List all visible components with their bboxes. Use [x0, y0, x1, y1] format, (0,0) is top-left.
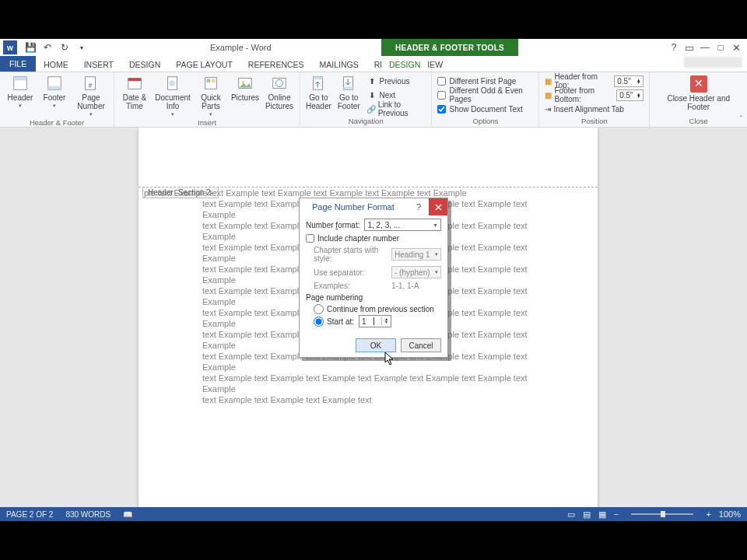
- group-insert-label: Insert: [198, 117, 216, 128]
- dialog-help-icon[interactable]: ?: [410, 198, 427, 215]
- print-layout-icon[interactable]: ▤: [583, 509, 591, 520]
- goto-footer-label: Go to Footer: [334, 93, 364, 110]
- start-at-radio[interactable]: Start at: 1▴▾: [314, 315, 441, 327]
- zoom-level[interactable]: 100%: [719, 509, 741, 519]
- zoom-in-icon[interactable]: +: [706, 509, 710, 519]
- quick-parts-button[interactable]: Quick Parts▾: [194, 73, 228, 117]
- status-words[interactable]: 830 WORDS: [65, 510, 110, 519]
- dialog-titlebar[interactable]: Page Number Format ?: [300, 198, 447, 215]
- page-number-format-dialog: Page Number Format ? Number format: 1, 2…: [299, 198, 448, 358]
- previous-button[interactable]: ⬆Previous: [364, 74, 429, 88]
- tab-page-layout[interactable]: PAGE LAYOUT: [168, 58, 240, 72]
- header-from-top-value[interactable]: 0.5"▴▾: [614, 75, 644, 87]
- redo-icon[interactable]: ↻: [58, 40, 72, 54]
- close-header-footer-label: Close Header and Footer: [661, 94, 736, 111]
- undo-icon[interactable]: ↶: [40, 40, 54, 54]
- ok-button[interactable]: OK: [356, 338, 396, 352]
- tab-references[interactable]: REFERENCES: [240, 58, 312, 72]
- footer-from-bottom-row: ▦Footer from Bottom:0.5"▴▾: [542, 88, 646, 102]
- svg-point-9: [169, 80, 174, 86]
- status-page[interactable]: PAGE 2 OF 2: [6, 510, 53, 519]
- svg-rect-20: [344, 87, 353, 90]
- link-to-previous-label: Link to Previous: [378, 100, 426, 117]
- continue-radio[interactable]: Continue from previous section: [314, 304, 441, 314]
- separator-select: - (hyphen)▾: [391, 266, 441, 278]
- svg-rect-7: [128, 79, 142, 82]
- previous-label: Previous: [380, 77, 410, 86]
- zoom-slider[interactable]: [631, 513, 693, 515]
- window-title: Example - Word: [210, 39, 272, 56]
- status-bar: PAGE 2 OF 2 830 WORDS 📖 ▭ ▤ ▦ − + 100%: [0, 507, 747, 521]
- document-area: Header -Section 2- ple text Example text…: [0, 128, 747, 507]
- different-odd-even-checkbox[interactable]: Different Odd & Even Pages: [435, 88, 535, 102]
- different-odd-even-label: Different Odd & Even Pages: [449, 86, 533, 103]
- goto-footer-button[interactable]: Go to Footer: [334, 73, 364, 110]
- pictures-label: Pictures: [231, 93, 259, 102]
- quick-access-toolbar: w 💾 ↶ ↻ ▾ Example - Word HEADER & FOOTER…: [0, 39, 747, 56]
- ribbon: Header▾ Footer▾ #Page Number▾ Header & F…: [0, 72, 747, 128]
- contextual-tab-title: HEADER & FOOTER TOOLS: [381, 39, 518, 56]
- svg-rect-18: [314, 77, 323, 80]
- help-icon[interactable]: ?: [666, 42, 682, 53]
- close-icon: ✕: [690, 75, 707, 93]
- tab-file[interactable]: FILE: [0, 56, 36, 72]
- svg-rect-11: [207, 79, 211, 83]
- insert-alignment-tab-button[interactable]: ⇥Insert Alignment Tab: [542, 102, 646, 116]
- header-button[interactable]: Header▾: [3, 73, 37, 109]
- tab-header-footer-design[interactable]: DESIGN: [381, 58, 428, 72]
- continue-radio-label: Continue from previous section: [327, 305, 434, 313]
- include-chapter-checkbox[interactable]: Include chapter number: [306, 234, 441, 243]
- include-chapter-label: Include chapter number: [317, 234, 399, 243]
- user-account-badge[interactable]: [684, 57, 742, 68]
- svg-rect-1: [14, 77, 27, 81]
- tab-insert[interactable]: INSERT: [76, 58, 121, 72]
- word-app-icon: w: [3, 40, 17, 54]
- document-info-button[interactable]: Document Info▾: [152, 73, 194, 117]
- ribbon-options-icon[interactable]: ▭: [682, 42, 697, 54]
- svg-rect-3: [48, 86, 61, 90]
- insert-alignment-tab-label: Insert Alignment Tab: [553, 105, 623, 114]
- collapse-ribbon-icon[interactable]: ˆ: [740, 115, 742, 124]
- header-label: Header: [8, 93, 33, 102]
- link-to-previous-button[interactable]: 🔗Link to Previous: [364, 102, 429, 116]
- cancel-button[interactable]: Cancel: [401, 338, 441, 352]
- footer-button[interactable]: Footer▾: [37, 73, 72, 109]
- document-info-label: Document Info: [152, 93, 194, 110]
- svg-rect-12: [212, 79, 216, 83]
- date-time-label: Date & Time: [117, 93, 152, 110]
- read-mode-icon[interactable]: ▭: [567, 509, 575, 520]
- different-first-page-label: Different First Page: [449, 77, 516, 86]
- minimize-icon[interactable]: —: [697, 42, 713, 53]
- goto-header-button[interactable]: Go to Header: [303, 73, 334, 110]
- spellcheck-icon[interactable]: 📖: [123, 510, 132, 519]
- close-window-icon[interactable]: ✕: [728, 42, 744, 54]
- quick-parts-label: Quick Parts: [194, 93, 228, 110]
- date-time-button[interactable]: Date & Time: [117, 73, 152, 110]
- save-icon[interactable]: 💾: [23, 40, 37, 54]
- restore-icon[interactable]: □: [713, 42, 728, 53]
- tab-mailings[interactable]: MAILINGS: [312, 58, 366, 72]
- dialog-title: Page Number Format: [312, 202, 395, 212]
- start-at-label: Start at:: [327, 317, 354, 326]
- footer-from-bottom-value[interactable]: 0.5"▴▾: [616, 89, 644, 101]
- number-format-select[interactable]: 1, 2, 3, ...▼: [364, 219, 441, 231]
- qat-customize-icon[interactable]: ▾: [75, 40, 89, 54]
- footer-label: Footer: [44, 93, 66, 102]
- web-layout-icon[interactable]: ▦: [598, 509, 606, 520]
- close-header-footer-button[interactable]: ✕ Close Header and Footer: [653, 73, 744, 114]
- separator-label: Use separator:: [314, 268, 391, 277]
- chapter-style-select: Heading 1▾: [391, 248, 441, 261]
- pictures-button[interactable]: Pictures: [228, 73, 262, 102]
- online-pictures-button[interactable]: Online Pictures: [262, 73, 296, 110]
- show-document-text-label: Show Document Text: [449, 105, 522, 114]
- ribbon-tabs: FILE HOME INSERT DESIGN PAGE LAYOUT REFE…: [0, 56, 747, 72]
- page-number-button[interactable]: #Page Number▾: [72, 73, 110, 117]
- next-label: Next: [380, 91, 396, 100]
- start-at-input[interactable]: 1▴▾: [359, 315, 391, 327]
- footer-from-bottom-label: Footer from Bottom:: [554, 86, 613, 103]
- tab-design[interactable]: DESIGN: [121, 58, 168, 72]
- show-document-text-checkbox[interactable]: Show Document Text: [435, 102, 535, 116]
- tab-home[interactable]: HOME: [36, 58, 76, 72]
- zoom-out-icon[interactable]: −: [614, 509, 619, 519]
- dialog-close-button[interactable]: [429, 198, 447, 215]
